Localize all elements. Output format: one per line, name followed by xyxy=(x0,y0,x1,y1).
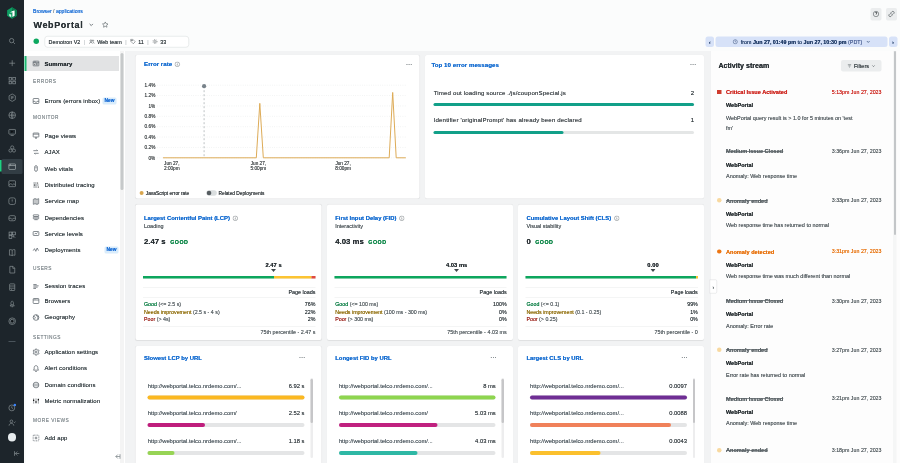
svg-text:5:00pm: 5:00pm xyxy=(251,166,267,171)
svg-text:8:00pm: 8:00pm xyxy=(335,166,351,171)
svg-text:2:00pm: 2:00pm xyxy=(164,166,180,171)
svg-text:1%: 1% xyxy=(149,104,156,109)
svg-text:Jun 27,: Jun 27, xyxy=(251,161,266,166)
svg-text:0%: 0% xyxy=(149,156,156,161)
svg-text:0.4%: 0.4% xyxy=(145,135,156,140)
svg-text:1.2%: 1.2% xyxy=(145,93,156,98)
svg-text:1.4%: 1.4% xyxy=(145,83,156,88)
svg-text:Jun 27,: Jun 27, xyxy=(336,161,351,166)
svg-text:Jun 27,: Jun 27, xyxy=(164,161,179,166)
svg-text:?: ? xyxy=(875,12,878,17)
svg-text:0.8%: 0.8% xyxy=(145,114,156,119)
svg-text:0.6%: 0.6% xyxy=(145,124,156,129)
svg-text:Related Deployments: Related Deployments xyxy=(219,191,265,196)
svg-text:JavaScript error rate: JavaScript error rate xyxy=(146,191,190,196)
svg-text:0.2%: 0.2% xyxy=(145,145,156,150)
